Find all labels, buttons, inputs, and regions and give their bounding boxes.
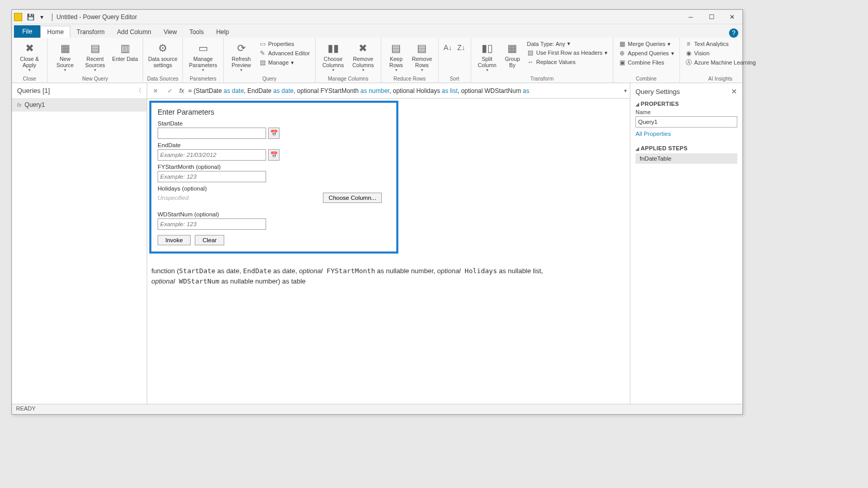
enter-data-button[interactable]: ▥ Enter Data bbox=[111, 40, 140, 64]
sort-asc-button[interactable]: A↓ bbox=[442, 40, 454, 57]
tab-home[interactable]: Home bbox=[40, 26, 70, 38]
all-properties-link[interactable]: All Properties bbox=[636, 131, 671, 137]
applied-step[interactable]: fnDateTable bbox=[636, 153, 737, 164]
tab-help[interactable]: Help bbox=[210, 26, 235, 38]
group-new-query: ▦ New Source ▾ ▤ Recent Sources ▾ ▥ Ente… bbox=[48, 38, 143, 83]
query-item[interactable]: fx Query1 bbox=[12, 98, 147, 112]
wdstart-input[interactable] bbox=[158, 218, 266, 230]
merge-label: Merge Queries bbox=[628, 41, 665, 47]
combine-files-button[interactable]: ▣Combine Files bbox=[616, 58, 676, 67]
new-query-group-label: New Query bbox=[51, 75, 140, 82]
combine-label: Combine Files bbox=[628, 59, 664, 66]
append-queries-button[interactable]: ⊕Append Queries ▾ bbox=[616, 49, 676, 57]
commit-formula-icon[interactable]: ✓ bbox=[165, 87, 175, 95]
sort-asc-icon: A↓ bbox=[441, 41, 455, 55]
sort-group-label: Sort bbox=[442, 75, 468, 82]
params-heading: Enter Parameters bbox=[158, 108, 390, 116]
close-apply-icon: ✖ bbox=[22, 41, 37, 55]
remove-columns-button[interactable]: ✖ Remove Columns ▾ bbox=[349, 40, 378, 74]
data-source-settings-button[interactable]: ⚙ Data source settings bbox=[146, 40, 179, 69]
tab-add-column[interactable]: Add Column bbox=[111, 26, 158, 38]
enter-parameters-panel: Enter Parameters StartDate 📅 EndDate 📅 bbox=[149, 101, 398, 254]
manage-columns-group-label: Manage Columns bbox=[319, 75, 378, 82]
manage-parameters-button[interactable]: ▭ Manage Parameters ▾ bbox=[186, 40, 220, 74]
headers-label: Use First Row as Headers bbox=[536, 50, 602, 56]
minimize-button[interactable]: ─ bbox=[680, 10, 701, 24]
reduce-rows-group-label: Reduce Rows bbox=[384, 75, 435, 82]
merge-queries-button[interactable]: ▦Merge Queries ▾ bbox=[616, 40, 676, 48]
close-settings-icon[interactable]: ✕ bbox=[731, 87, 737, 96]
enter-data-label: Enter Data bbox=[112, 56, 138, 62]
tab-file[interactable]: File bbox=[14, 25, 40, 38]
advanced-editor-button[interactable]: ✎Advanced Editor bbox=[257, 49, 312, 57]
ai-group-label: AI Insights bbox=[683, 75, 758, 82]
manage-label: Manage bbox=[268, 59, 289, 66]
text-analytics-button[interactable]: ≡Text Analytics bbox=[683, 40, 758, 48]
parameters-icon: ▭ bbox=[196, 41, 210, 55]
azure-ml-button[interactable]: ⒶAzure Machine Learning bbox=[683, 58, 758, 67]
keep-rows-icon: ▤ bbox=[389, 41, 404, 55]
expand-formula-icon[interactable]: ▾ bbox=[624, 88, 627, 93]
properties-label: Properties bbox=[268, 41, 294, 47]
headers-icon: ▤ bbox=[527, 49, 534, 56]
invoke-button[interactable]: Invoke bbox=[158, 235, 191, 245]
wdstart-label: WDStartNum (optional) bbox=[158, 211, 390, 217]
sort-desc-button[interactable]: Z↓ bbox=[455, 40, 468, 57]
close-apply-button[interactable]: ✖ Close & Apply ▾ bbox=[15, 40, 44, 74]
remove-rows-button[interactable]: ▤ Remove Rows ▾ bbox=[409, 40, 435, 74]
group-close: ✖ Close & Apply ▾ Close bbox=[12, 38, 48, 83]
formula-expression[interactable]: = (StartDate as date, EndDate as date, o… bbox=[188, 87, 620, 95]
end-date-calendar-icon[interactable]: 📅 bbox=[268, 149, 280, 161]
close-apply-label: Close & Apply bbox=[16, 56, 43, 68]
queries-header: Queries [1] bbox=[17, 87, 50, 95]
collapse-icon[interactable]: 〈 bbox=[135, 86, 142, 95]
combine-group-label: Combine bbox=[616, 75, 676, 82]
status-text: READY bbox=[16, 405, 36, 412]
azure-ml-icon: Ⓐ bbox=[685, 59, 692, 66]
query-settings-pane: Query Settings ✕ PROPERTIES Name All Pro… bbox=[630, 83, 742, 404]
clear-button[interactable]: Clear bbox=[195, 235, 224, 245]
manage-button[interactable]: ▤Manage ▾ bbox=[257, 58, 312, 67]
save-icon[interactable]: 💾 bbox=[25, 12, 36, 22]
first-row-headers-button[interactable]: ▤Use First Row as Headers ▾ bbox=[525, 49, 610, 57]
applied-steps-section: APPLIED STEPS bbox=[636, 145, 737, 151]
split-column-button[interactable]: ▮▯ Split Column ▾ bbox=[474, 40, 500, 74]
group-reduce-rows: ▤ Keep Rows ▾ ▤ Remove Rows ▾ Reduce Row… bbox=[381, 38, 439, 83]
help-icon[interactable]: ? bbox=[729, 28, 738, 38]
fystart-input[interactable] bbox=[158, 171, 266, 182]
start-date-input[interactable] bbox=[158, 128, 266, 139]
start-date-calendar-icon[interactable]: 📅 bbox=[268, 128, 280, 139]
tab-view[interactable]: View bbox=[158, 26, 183, 38]
append-label: Append Queries bbox=[628, 50, 669, 56]
replace-values-button[interactable]: ↔Replace Values bbox=[525, 58, 610, 66]
new-source-button[interactable]: ▦ New Source ▾ bbox=[51, 40, 80, 74]
cancel-formula-icon[interactable]: ✕ bbox=[150, 87, 161, 95]
group-by-label: Group By bbox=[502, 56, 523, 68]
vision-icon: ◉ bbox=[685, 50, 692, 57]
vision-button[interactable]: ◉Vision bbox=[683, 49, 758, 57]
tab-tools[interactable]: Tools bbox=[183, 26, 210, 38]
refresh-preview-button[interactable]: ⟳ Refresh Preview ▾ bbox=[227, 40, 256, 74]
data-type-button[interactable]: Data Type: Any ▾ bbox=[525, 40, 610, 48]
maximize-button[interactable]: ☐ bbox=[701, 10, 722, 24]
qat-dropdown-icon[interactable]: ▾ bbox=[37, 12, 47, 22]
close-button[interactable]: ✕ bbox=[722, 10, 742, 24]
center-pane: ✕ ✓ fx = (StartDate as date, EndDate as … bbox=[147, 83, 630, 404]
recent-sources-button[interactable]: ▤ Recent Sources ▾ bbox=[81, 40, 110, 74]
text-analytics-icon: ≡ bbox=[685, 40, 692, 48]
group-by-button[interactable]: ▦ Group By bbox=[501, 40, 524, 69]
split-column-icon: ▮▯ bbox=[480, 41, 494, 55]
advanced-editor-label: Advanced Editor bbox=[268, 50, 310, 56]
fystart-label: FYStartMonth (optional) bbox=[158, 164, 390, 170]
choose-columns-icon: ▮▮ bbox=[326, 41, 340, 55]
refresh-icon: ⟳ bbox=[234, 41, 249, 55]
properties-button[interactable]: ▭Properties bbox=[257, 40, 312, 48]
choose-columns-button[interactable]: ▮▮ Choose Columns ▾ bbox=[319, 40, 348, 74]
end-date-input[interactable] bbox=[158, 149, 266, 161]
sort-desc-icon: Z↓ bbox=[454, 41, 469, 55]
choose-column-button[interactable]: Choose Column... bbox=[323, 193, 382, 203]
keep-rows-button[interactable]: ▤ Keep Rows ▾ bbox=[384, 40, 408, 74]
query-name-input[interactable] bbox=[636, 116, 737, 128]
combine-icon: ▣ bbox=[618, 59, 626, 66]
tab-transform[interactable]: Transform bbox=[70, 26, 111, 38]
